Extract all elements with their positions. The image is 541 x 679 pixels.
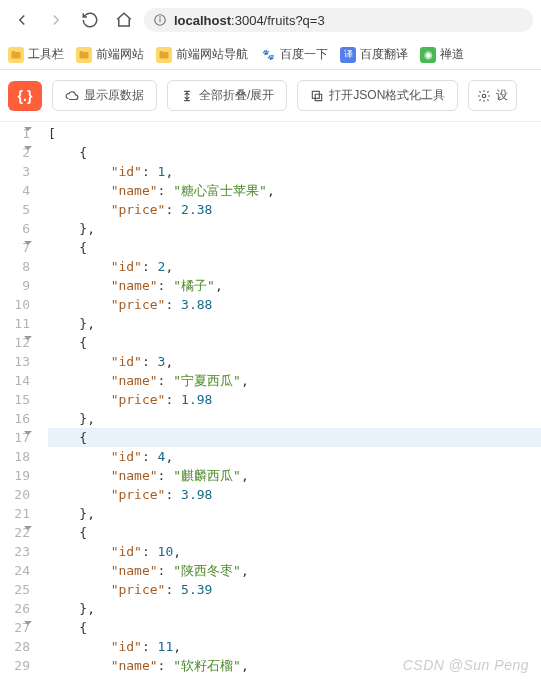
code-line: "name": "宁夏西瓜", — [48, 371, 541, 390]
bookmark-item[interactable]: 译百度翻译 — [340, 46, 408, 63]
bookmark-item[interactable]: 🐾百度一下 — [260, 46, 328, 63]
app-icon: ◉ — [420, 47, 436, 63]
line-number: 12 — [0, 333, 30, 352]
browser-nav-bar: localhost:3004/fruits?q=3 — [0, 0, 541, 40]
forward-button[interactable] — [42, 6, 70, 34]
json-code-viewer: 1234567891011121314151617181920212223242… — [0, 122, 541, 679]
bookmark-label: 百度翻译 — [360, 46, 408, 63]
bookmark-item[interactable]: 前端网站导航 — [156, 46, 248, 63]
code-line: "id": 2, — [48, 257, 541, 276]
line-gutter: 1234567891011121314151617181920212223242… — [0, 122, 38, 679]
code-line: "id": 11, — [48, 637, 541, 656]
bookmark-label: 百度一下 — [280, 46, 328, 63]
folder-icon — [156, 47, 172, 63]
line-number: 30 — [0, 675, 30, 679]
line-number: 26 — [0, 599, 30, 618]
code-line: { — [48, 333, 541, 352]
code-line: "id": 10, — [48, 542, 541, 561]
line-number: 24 — [0, 561, 30, 580]
line-number: 5 — [0, 200, 30, 219]
bookmark-item[interactable]: 前端网站 — [76, 46, 144, 63]
url-text: localhost:3004/fruits?q=3 — [174, 13, 525, 28]
code-line: { — [48, 238, 541, 257]
line-number: 4 — [0, 181, 30, 200]
line-number: 8 — [0, 257, 30, 276]
baidu-icon: 🐾 — [260, 47, 276, 63]
line-number: 1 — [0, 124, 30, 143]
folder-icon — [8, 47, 24, 63]
code-line: }, — [48, 219, 541, 238]
fold-toggle-icon[interactable] — [24, 336, 32, 340]
fold-toggle-icon[interactable] — [24, 431, 32, 435]
fold-toggle-icon[interactable] — [24, 526, 32, 530]
watermark: CSDN @Sun Peng — [403, 657, 529, 673]
open-tool-button[interactable]: 打开JSON格式化工具 — [297, 80, 458, 111]
code-line: }, — [48, 409, 541, 428]
code-line: "id": 4, — [48, 447, 541, 466]
line-number: 25 — [0, 580, 30, 599]
line-number: 22 — [0, 523, 30, 542]
code-body[interactable]: [ { "id": 1, "name": "糖心富士苹果", "price": … — [38, 122, 541, 679]
code-line: "id": 1, — [48, 162, 541, 181]
svg-point-2 — [160, 17, 161, 18]
line-number: 27 — [0, 618, 30, 637]
code-line: "price": 2.38 — [48, 200, 541, 219]
line-number: 3 — [0, 162, 30, 181]
fold-toggle-icon[interactable] — [24, 146, 32, 150]
bookmark-label: 前端网站 — [96, 46, 144, 63]
settings-button[interactable]: 设 — [468, 80, 517, 111]
back-button[interactable] — [8, 6, 36, 34]
line-number: 28 — [0, 637, 30, 656]
code-line: }, — [48, 504, 541, 523]
settings-label: 设 — [496, 87, 508, 104]
info-icon — [152, 12, 168, 28]
line-number: 13 — [0, 352, 30, 371]
line-number: 2 — [0, 143, 30, 162]
line-number: 14 — [0, 371, 30, 390]
line-number: 16 — [0, 409, 30, 428]
cloud-icon — [65, 89, 79, 103]
code-line: "price": 5.39 — [48, 580, 541, 599]
url-bar[interactable]: localhost:3004/fruits?q=3 — [144, 8, 533, 32]
code-line: "price": 2.39 — [48, 675, 541, 679]
translate-icon: 译 — [340, 47, 356, 63]
show-raw-button[interactable]: 显示原数据 — [52, 80, 157, 111]
extension-logo: {.} — [8, 81, 42, 111]
collapse-expand-label: 全部折叠/展开 — [199, 87, 274, 104]
line-number: 6 — [0, 219, 30, 238]
bookmark-item[interactable]: 工具栏 — [8, 46, 64, 63]
line-number: 18 — [0, 447, 30, 466]
svg-rect-3 — [313, 91, 320, 98]
folder-icon — [76, 47, 92, 63]
line-number: 19 — [0, 466, 30, 485]
code-line: { — [48, 428, 541, 447]
show-raw-label: 显示原数据 — [84, 87, 144, 104]
code-line: "name": "陕西冬枣", — [48, 561, 541, 580]
line-number: 21 — [0, 504, 30, 523]
line-number: 20 — [0, 485, 30, 504]
reload-button[interactable] — [76, 6, 104, 34]
fold-toggle-icon[interactable] — [24, 127, 32, 131]
code-line: "name": "橘子", — [48, 276, 541, 295]
line-number: 11 — [0, 314, 30, 333]
json-viewer-toolbar: {.} 显示原数据 全部折叠/展开 打开JSON格式化工具 设 — [0, 70, 541, 122]
bookmark-label: 禅道 — [440, 46, 464, 63]
external-icon — [310, 89, 324, 103]
line-number: 29 — [0, 656, 30, 675]
fold-toggle-icon[interactable] — [24, 241, 32, 245]
collapse-expand-button[interactable]: 全部折叠/展开 — [167, 80, 287, 111]
fold-toggle-icon[interactable] — [24, 621, 32, 625]
code-line: { — [48, 523, 541, 542]
code-line: { — [48, 143, 541, 162]
bookmarks-bar: 工具栏前端网站前端网站导航🐾百度一下译百度翻译◉禅道 — [0, 40, 541, 70]
line-number: 10 — [0, 295, 30, 314]
code-line: "price": 3.88 — [48, 295, 541, 314]
gear-icon — [477, 89, 491, 103]
line-number: 23 — [0, 542, 30, 561]
bookmark-item[interactable]: ◉禅道 — [420, 46, 464, 63]
code-line: "id": 3, — [48, 352, 541, 371]
home-button[interactable] — [110, 6, 138, 34]
svg-point-4 — [483, 94, 487, 98]
code-line: "name": "糖心富士苹果", — [48, 181, 541, 200]
code-line: [ — [48, 124, 541, 143]
